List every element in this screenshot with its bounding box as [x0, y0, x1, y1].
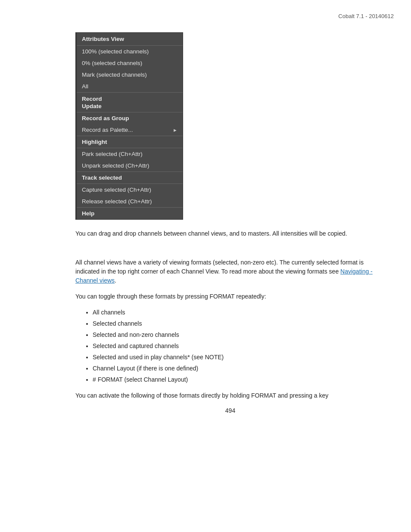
menu-section-track: Track selected [77, 172, 183, 184]
menu-section-capture: Capture selected (Ch+Attr) Release selec… [77, 184, 183, 208]
menu-section-channels: 100% (selected channels) 0% (selected ch… [77, 46, 183, 93]
menu-item-release[interactable]: Release selected (Ch+Attr) [77, 196, 183, 207]
context-menu: Attributes View 100% (selected channels)… [75, 32, 183, 220]
list-item: # FORMAT (select Channel Layout) [93, 375, 385, 384]
menu-item-help[interactable]: Help [77, 208, 183, 219]
list-item: Selected channels [93, 319, 385, 328]
menu-item-mark[interactable]: Mark (selected channels) [77, 69, 183, 81]
menu-section-help: Help [77, 208, 183, 219]
menu-header-update: Update [77, 103, 183, 112]
menu-item-unpark[interactable]: Unpark selected (Ch+Attr) [77, 160, 183, 171]
channel-views-text: All channel views have a variety of view… [75, 258, 385, 285]
list-item: Selected and non-zero channels [93, 330, 385, 339]
menu-item-all[interactable]: All [77, 81, 183, 92]
menu-section-record-as: Record as Group Record as Palette... ► [77, 112, 183, 136]
drag-drop-text: You can drag and drop channels between c… [75, 229, 385, 238]
submenu-arrow-icon: ► [173, 128, 177, 133]
list-item: Selected and used in play channels* (see… [93, 353, 385, 362]
menu-item-100pct[interactable]: 100% (selected channels) [77, 46, 183, 57]
format-list: All channels Selected channels Selected … [93, 308, 385, 384]
menu-header-record-update: Record [77, 93, 183, 103]
menu-title: Attributes View [77, 33, 183, 46]
page-version: Cobalt 7.1 - 20140612 [338, 13, 394, 19]
menu-item-record-as-group[interactable]: Record as Group [77, 112, 183, 124]
menu-item-track-selected[interactable]: Track selected [77, 172, 183, 184]
menu-section-record-update: Record Update [77, 93, 183, 112]
menu-item-park[interactable]: Park selected (Ch+Attr) [77, 148, 183, 160]
list-item: Selected and captured channels [93, 342, 385, 351]
menu-item-0pct[interactable]: 0% (selected channels) [77, 57, 183, 69]
menu-item-record-as-palette[interactable]: Record as Palette... ► [77, 124, 183, 136]
list-item: Channel Layout (if there is one defined) [93, 364, 385, 373]
menu-item-capture[interactable]: Capture selected (Ch+Attr) [77, 184, 183, 196]
menu-section-park: Park selected (Ch+Attr) Unpark selected … [77, 148, 183, 172]
content-area: Attributes View 100% (selected channels)… [75, 32, 385, 414]
activate-text: You can activate the following of those … [75, 391, 385, 400]
menu-item-highlight[interactable]: Highlight [77, 136, 183, 148]
page-number: 494 [75, 407, 385, 414]
menu-section-highlight: Highlight [77, 136, 183, 148]
list-item: All channels [93, 308, 385, 317]
format-text: You can toggle through these formats by … [75, 292, 385, 301]
